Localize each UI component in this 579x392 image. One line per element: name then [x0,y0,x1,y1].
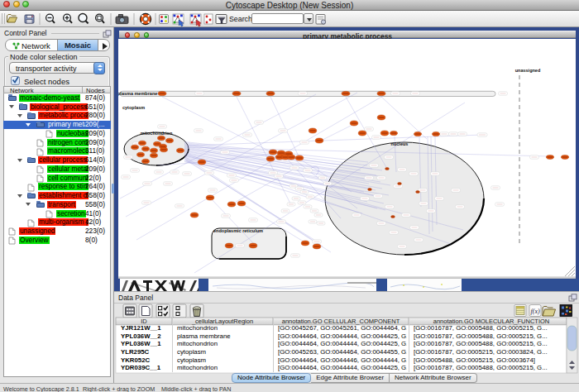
svg-text:nucleus: nucleus [391,141,409,146]
svg-text:endoplasmic reticulum: endoplasmic reticulum [213,228,263,233]
svg-text:cytoplasm: cytoplasm [122,105,145,110]
svg-text:f(x): f(x) [531,308,540,315]
svg-text:annotation.GO CELLULAR_COMPONE: annotation.GO CELLULAR_COMPONENT [282,318,400,325]
svg-text:annotation.GO MOLECULAR_FUNCTI: annotation.GO MOLECULAR_FUNCTION [433,318,549,325]
svg-text:ID: ID [141,318,147,325]
svg-text:plasma membrane: plasma membrane [118,91,157,96]
svg-text:unassigned: unassigned [515,68,541,73]
svg-text:_cellularLayoutRegion: _cellularLayoutRegion [191,318,253,325]
svg-text:mitochondrion: mitochondrion [141,131,173,136]
